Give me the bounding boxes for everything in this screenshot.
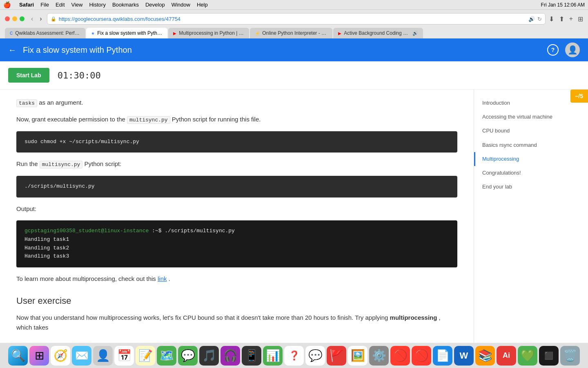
dock-mail[interactable]: ✉️ — [72, 346, 91, 366]
share-icon[interactable]: ⬆ — [559, 15, 564, 23]
dock-system-settings[interactable]: ⚙️ — [369, 346, 389, 366]
tab-multiprocessing[interactable]: ▶ Multiprocessing in Python | Part 2 | p… — [168, 28, 249, 38]
toc-item-end-lab[interactable]: End your lab — [474, 180, 588, 194]
terminal-line-1: Handling task1 — [24, 236, 449, 244]
toc-item-accessing-vm[interactable]: Accessing the virtual machine — [474, 110, 588, 124]
toc-item-introduction[interactable]: Introduction — [474, 96, 588, 110]
dock-slack[interactable]: 💬 — [305, 346, 325, 366]
menu-history[interactable]: History — [89, 2, 105, 8]
terminal-line-2: Handling task2 — [24, 244, 449, 253]
dock-block2[interactable]: 🚫 — [412, 346, 431, 366]
tab-favicon-4: ▶ — [338, 31, 341, 36]
dock-iphone-mirror[interactable]: 📱 — [242, 346, 261, 366]
lab-timer: 01:30:00 — [58, 70, 101, 81]
maximize-window-button[interactable] — [20, 16, 24, 21]
tab-favicon-0: C — [10, 31, 13, 36]
audio-tab-icon: 🔊 — [412, 31, 418, 36]
download-icon[interactable]: ⬇ — [549, 15, 554, 23]
run-text: Run the multisync.py Python script: — [16, 159, 457, 169]
dock-word[interactable]: W — [454, 346, 474, 366]
user-exercise-heading: User exercise — [16, 294, 457, 308]
audio-icon: 🔊 — [528, 16, 535, 22]
apple-logo-icon: 🍎 — [3, 1, 11, 9]
dock-calendar[interactable]: 📅 — [114, 346, 134, 366]
dock-safari[interactable]: 🧭 — [51, 346, 70, 366]
dock-adobe[interactable]: Ai — [497, 346, 516, 366]
menu-view[interactable]: View — [71, 2, 83, 8]
dock-help[interactable]: ❓ — [284, 346, 304, 366]
menu-develop[interactable]: Develop — [145, 2, 165, 8]
menu-bar: 🍎 Safari File Edit View History Bookmark… — [0, 0, 588, 10]
page-back-button[interactable]: ← — [8, 45, 16, 55]
reload-icon[interactable]: ↻ — [537, 16, 542, 22]
tab-online-python[interactable]: ⚡ Online Python Interpreter - online edi… — [250, 28, 332, 38]
dock-contacts[interactable]: 👤 — [93, 346, 113, 366]
dock-maps[interactable]: 🗺️ — [157, 346, 176, 366]
start-lab-button[interactable]: Start Lab — [8, 68, 49, 83]
dock-messages[interactable]: 💬 — [178, 346, 198, 366]
menu-bookmarks[interactable]: Bookmarks — [112, 2, 139, 8]
run-code-block: ./scripts/multisync.py — [16, 176, 457, 197]
new-tab-icon[interactable]: + — [569, 15, 573, 22]
toc-item-cpu-bound[interactable]: CPU bound — [474, 124, 588, 138]
header-right: ? 👤 — [547, 43, 580, 57]
back-button[interactable]: ‹ — [29, 14, 35, 23]
output-label: Output: — [16, 204, 457, 214]
content-area: tasks as an argument. Now, grant executa… — [0, 90, 474, 368]
tab-label-3: Online Python Interpreter - online edito… — [262, 30, 327, 36]
menu-help[interactable]: Help — [197, 2, 208, 8]
menu-safari[interactable]: Safari — [19, 2, 34, 8]
qwik-header: ← Fix a slow system with Python ? 👤 — [0, 38, 588, 61]
menu-window[interactable]: Window — [172, 2, 190, 8]
tab-favicon-1: ★ — [91, 31, 95, 36]
avatar-icon: 👤 — [568, 45, 578, 55]
url-input[interactable] — [59, 16, 526, 22]
menubar-time: Fri Jan 15 12:06 AM — [541, 2, 585, 8]
dock-numbers[interactable]: 📊 — [263, 346, 283, 366]
forward-button[interactable]: › — [38, 14, 43, 23]
menu-bar-right: Fri Jan 15 12:06 AM — [541, 2, 585, 8]
terminal-command: :~$ ./scripts/multisync.py — [152, 228, 235, 234]
dock-podcasts[interactable]: 🎧 — [220, 346, 240, 366]
intro-text: tasks as an argument. — [16, 98, 457, 108]
tab-qwiklabs-assessment[interactable]: C Qwiklabs Assessment: Performance Tuni.… — [5, 28, 85, 38]
dock: 🔍 ⊞ 🧭 ✉️ 👤 📅 📝 🗺️ 💬 🎵 🎧 📱 📊 ❓ 💬 🚩 🖼️ ⚙️ … — [0, 343, 588, 368]
close-window-button[interactable] — [5, 16, 10, 21]
toc-item-congratulations[interactable]: Congratulations! — [474, 166, 588, 180]
menu-file[interactable]: File — [40, 2, 49, 8]
lock-icon: 🔒 — [51, 16, 56, 22]
dock-finder[interactable]: 🔍 — [8, 346, 28, 366]
page-title: Fix a slow system with Python — [23, 45, 132, 55]
toc-item-basics-rsync[interactable]: Basics rsync command — [474, 138, 588, 152]
terminal-output: gcpstaging100358_student@linux-instance … — [16, 220, 457, 267]
help-button[interactable]: ? — [547, 44, 559, 56]
avatar[interactable]: 👤 — [565, 43, 580, 57]
dock-block1[interactable]: 🚫 — [390, 346, 410, 366]
lab-controls: Start Lab 01:30:00 — [0, 61, 588, 90]
dock-whatsapp[interactable]: 💚 — [518, 346, 537, 366]
menu-edit[interactable]: Edit — [56, 2, 65, 8]
address-bar[interactable]: 🔒 🔊 ↻ — [47, 13, 546, 25]
dock-terminal[interactable]: ⬛ — [539, 346, 559, 366]
tab-fix-slow-system[interactable]: ★ Fix a slow system with Python | Qwikla… — [86, 28, 167, 38]
dock-books[interactable]: 📚 — [475, 346, 495, 366]
multiprocessing-bold: multiprocessing — [390, 314, 437, 321]
sidebar-icon[interactable]: ⊞ — [578, 15, 583, 23]
dock-files[interactable]: 📄 — [433, 346, 452, 366]
tab-active-background[interactable]: ▶ Active Background Coding - UNIVERSE...… — [333, 28, 423, 38]
dock-trash[interactable]: 🗑️ — [560, 346, 580, 366]
tab-favicon-2: ▶ — [173, 31, 176, 36]
dock-notes[interactable]: 📝 — [136, 346, 155, 366]
dock-launchpad[interactable]: ⊞ — [29, 346, 49, 366]
tab-bar: C Qwiklabs Assessment: Performance Tuni.… — [5, 28, 583, 38]
browser-toolbar: ‹ › 🔒 🔊 ↻ ⬇ ⬆ + ⊞ — [5, 13, 583, 25]
terminal-prompt: gcpstaging100358_student@linux-instance — [24, 228, 149, 234]
dock-music[interactable]: 🎵 — [199, 346, 219, 366]
multiprocessing-link[interactable]: link — [158, 275, 167, 282]
dock-photos[interactable]: 🖼️ — [348, 346, 368, 366]
dock-redflag[interactable]: 🚩 — [327, 346, 346, 366]
terminal-line-3: Handling task3 — [24, 252, 449, 261]
chmod-code-block: sudo chmod +x ~/scripts/multisync.py — [16, 131, 457, 153]
minimize-window-button[interactable] — [12, 16, 17, 21]
toc-item-multiprocessing[interactable]: Multiprocessing — [474, 152, 588, 166]
